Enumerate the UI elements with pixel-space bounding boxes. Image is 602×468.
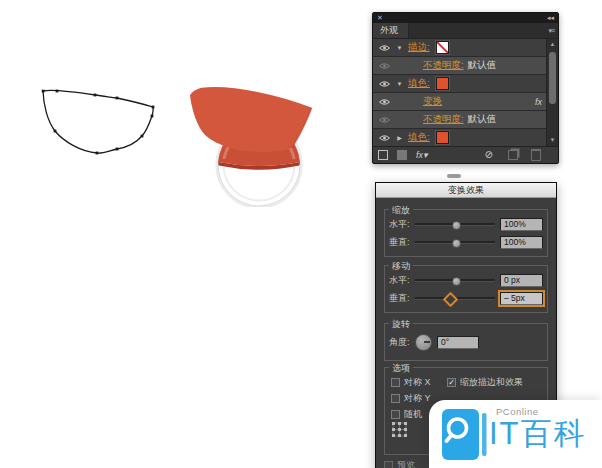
opacity-value: 默认值 xyxy=(468,59,497,72)
scale-vertical-slider[interactable] xyxy=(415,235,495,249)
opacity-link[interactable]: 不透明度: xyxy=(423,113,464,126)
options-legend: 选项 xyxy=(389,362,413,375)
visibility-eye-icon[interactable] xyxy=(378,44,391,52)
checkbox-reflect-y[interactable]: 对称 Y xyxy=(391,392,431,405)
outline-path xyxy=(43,90,153,153)
panel-menu-icon[interactable]: ▾≡ xyxy=(548,27,558,35)
watermark-title: IT百科 xyxy=(489,413,587,455)
fill-color-swatch[interactable] xyxy=(436,131,449,144)
visibility-eye-icon[interactable] xyxy=(378,80,391,88)
row-fill[interactable]: ▼ 填色: xyxy=(373,75,547,93)
red-hat xyxy=(190,87,312,152)
rotate-angle-row: 角度: 0° xyxy=(389,335,543,349)
checkbox-label: 对称 X xyxy=(404,376,431,389)
move-legend: 移动 xyxy=(389,260,413,273)
scroll-down-icon[interactable]: ▼ xyxy=(550,135,556,146)
add-effect-button[interactable]: fx▾ xyxy=(416,150,428,160)
vertical-label: 垂直: xyxy=(389,236,415,249)
vertical-label: 垂直: xyxy=(389,292,415,305)
visibility-eye-icon[interactable] xyxy=(378,116,391,124)
move-horizontal-field[interactable]: 0 px xyxy=(500,274,543,287)
move-horizontal-row: 水平: 0 px xyxy=(389,273,543,287)
stroke-none-swatch[interactable] xyxy=(436,41,449,54)
fill-link[interactable]: 填色: xyxy=(408,131,430,144)
row-transform-effect[interactable]: 变换 fx xyxy=(373,93,547,111)
fill-color-swatch[interactable] xyxy=(436,77,449,90)
red-cap-shape[interactable] xyxy=(188,83,318,207)
move-horizontal-slider[interactable] xyxy=(415,273,495,287)
panel-title-strip: ✕ ◂◂ xyxy=(373,13,558,23)
outline-path-shape[interactable] xyxy=(38,85,162,163)
delete-item-icon[interactable] xyxy=(531,149,541,161)
dialog-title[interactable]: 变换效果 xyxy=(376,183,556,198)
angle-field[interactable]: 0° xyxy=(437,336,479,349)
checkbox-icon[interactable] xyxy=(391,378,400,387)
visibility-eye-icon[interactable] xyxy=(378,98,391,106)
close-icon[interactable]: ✕ xyxy=(377,13,383,23)
horizontal-label: 水平: xyxy=(389,218,415,231)
reference-point-locator[interactable] xyxy=(392,422,408,438)
scale-horizontal-field[interactable]: 100% xyxy=(500,218,543,231)
checkbox-checked-icon[interactable]: ✓ xyxy=(447,378,456,387)
checkbox-random[interactable]: 随机 xyxy=(391,408,422,421)
move-group: 移动 水平: 0 px 垂直: – 5px xyxy=(384,265,548,313)
horizontal-label: 水平: xyxy=(389,274,415,287)
move-vertical-slider[interactable] xyxy=(415,291,495,305)
checkbox-icon[interactable] xyxy=(384,461,393,468)
checkbox-label: 预览 xyxy=(397,459,415,468)
pconline-logo-icon xyxy=(442,407,492,463)
checkbox-reflect-x[interactable]: 对称 X xyxy=(391,376,431,389)
rotate-legend: 旋转 xyxy=(389,318,413,331)
panel-tab-bar: 外观 ▾≡ xyxy=(373,23,558,39)
checkbox-scale-strokes-effects[interactable]: ✓ 缩放描边和效果 xyxy=(447,376,523,389)
appearance-footer: fx▾ ⊘ xyxy=(373,146,558,163)
checkbox-icon[interactable] xyxy=(391,410,400,419)
clear-appearance-button[interactable]: ⊘ xyxy=(485,150,493,160)
expand-open-icon[interactable]: ▼ xyxy=(395,81,404,87)
fx-icon: fx xyxy=(535,97,542,107)
add-stroke-icon[interactable] xyxy=(378,150,388,160)
scale-horizontal-row: 水平: 100% xyxy=(389,217,543,231)
scrollbar-thumb[interactable] xyxy=(549,52,556,104)
row-fill-2[interactable]: ▶ 填色: xyxy=(373,129,547,146)
checkbox-label: 缩放描边和效果 xyxy=(460,376,523,389)
anchor-points xyxy=(42,90,155,155)
appearance-panel: ✕ ◂◂ 外观 ▾≡ ▼ 描边: 不透明度: 默认值 xyxy=(372,12,559,164)
panel-scrollbar[interactable]: ▲ ▼ xyxy=(546,39,558,146)
angle-label: 角度: xyxy=(389,336,415,349)
expand-open-icon[interactable]: ▼ xyxy=(395,45,404,51)
visibility-eye-icon[interactable] xyxy=(378,134,391,142)
scale-horizontal-slider[interactable] xyxy=(415,217,495,231)
angle-dial[interactable] xyxy=(415,334,432,351)
fill-link[interactable]: 填色: xyxy=(408,77,430,90)
watermark-card: PConline IT百科 xyxy=(429,400,602,468)
expand-closed-icon[interactable]: ▶ xyxy=(395,134,404,141)
move-vertical-row: 垂直: – 5px xyxy=(389,291,543,305)
rotate-group: 旋转 角度: 0° xyxy=(384,323,548,361)
scroll-up-icon[interactable]: ▲ xyxy=(550,39,556,50)
visibility-eye-icon[interactable] xyxy=(378,62,391,70)
opacity-value: 默认值 xyxy=(468,113,497,126)
appearance-row-list: ▼ 描边: 不透明度: 默认值 ▼ 填色: xyxy=(373,39,558,146)
add-fill-icon[interactable] xyxy=(397,150,407,160)
checkbox-label: 对称 Y xyxy=(404,392,431,405)
transform-effect-link[interactable]: 变换 xyxy=(423,95,442,108)
checkbox-icon[interactable] xyxy=(391,394,400,403)
tab-appearance[interactable]: 外观 xyxy=(373,23,409,38)
move-vertical-field[interactable]: – 5px xyxy=(500,292,543,305)
scale-legend: 缩放 xyxy=(389,204,413,217)
panel-resize-grip[interactable] xyxy=(447,174,461,178)
collapse-panel-icon[interactable]: ◂◂ xyxy=(547,13,554,23)
row-fill-opacity[interactable]: 不透明度: 默认值 xyxy=(373,111,547,129)
scale-vertical-field[interactable]: 100% xyxy=(500,236,543,249)
scale-vertical-row: 垂直: 100% xyxy=(389,235,543,249)
checkbox-preview[interactable]: 预览 xyxy=(384,459,415,468)
scale-group: 缩放 水平: 100% 垂直: 100% xyxy=(384,209,548,257)
checkbox-label: 随机 xyxy=(404,408,422,421)
opacity-link[interactable]: 不透明度: xyxy=(423,59,464,72)
duplicate-item-icon[interactable] xyxy=(508,150,518,160)
row-stroke[interactable]: ▼ 描边: xyxy=(373,39,547,57)
row-stroke-opacity[interactable]: 不透明度: 默认值 xyxy=(373,57,547,75)
stroke-link[interactable]: 描边: xyxy=(408,41,430,54)
